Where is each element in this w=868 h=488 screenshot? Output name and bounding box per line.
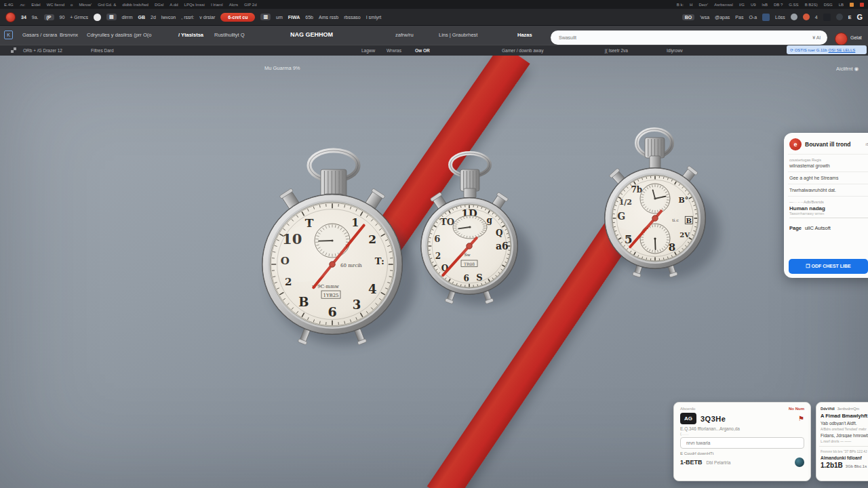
signup-card: Abcerdo No Num AG 3Q3He ⚑ E.Q.346 ffforl… xyxy=(673,402,811,481)
toolbar-boxed-item[interactable]: (P xyxy=(44,14,54,20)
toolbar-item[interactable]: 90 xyxy=(60,15,65,20)
share-row[interactable]: coustertugas Regis wilnastemal growth xyxy=(789,158,868,168)
content-caption-left: Mu Guarma 9% xyxy=(264,65,300,71)
share-copy-button[interactable]: ❐ ODF CHEST LIBE xyxy=(789,259,868,274)
toolbar-item[interactable]: @apas xyxy=(715,15,730,20)
nav-app-icon[interactable]: K xyxy=(4,30,13,39)
status-item: .ru: xyxy=(20,3,26,7)
stopwatch-large: T1102OT:24B6360 mrcihw 9C-mmw1YB25 xyxy=(262,150,417,345)
brand-logo: AG xyxy=(680,413,696,424)
info-card-tiny: L.rssrf dmrls — —— xyxy=(821,439,868,443)
status-item: U9 xyxy=(751,3,756,7)
toolbar-item[interactable]: rbssaso xyxy=(344,15,361,20)
toolbar-item[interactable]: dlrrm xyxy=(122,15,133,20)
toolbar-item[interactable]: Ams rssb xyxy=(319,15,338,20)
toolbar-app-icon[interactable] xyxy=(762,14,770,21)
share-panel-title: Bouvant ill trond xyxy=(805,141,851,148)
toolbar-item[interactable]: E xyxy=(848,15,852,20)
nav-item[interactable]: Hazas xyxy=(517,32,532,38)
toolbar-boxed-item[interactable]: ▥ xyxy=(260,14,271,20)
toolbar-item[interactable]: 34 xyxy=(21,15,26,20)
nav-item[interactable]: Lins | Graubrhest xyxy=(439,32,477,38)
toolbar-right-items: BO'wsa@apasPasO-aLöss4EG xyxy=(682,13,863,21)
share-field-row[interactable]: —··· -··- Adb/Bvsrtds Human nadag Taworr… xyxy=(789,200,868,218)
share-row-text: wilnastemal growth xyxy=(789,163,868,168)
toolbar-item[interactable]: O-a xyxy=(749,15,757,20)
bookmark-item[interactable]: Wrwras xyxy=(387,48,401,53)
svg-text:3: 3 xyxy=(353,298,361,312)
nav-item[interactable]: Gasars / csrara xyxy=(22,32,57,38)
status-item: WC fiemd xyxy=(47,3,64,7)
search-box[interactable]: ¥ Al xyxy=(551,30,827,45)
toolbar-item[interactable]: 4 xyxy=(815,15,818,20)
nav-item[interactable]: Brsnvnx xyxy=(60,32,78,38)
share-row[interactable]: Gee a aght he Streams xyxy=(789,176,868,180)
status-item: Asrbsmssl xyxy=(714,3,733,7)
toolbar-status-icon[interactable] xyxy=(791,14,797,20)
record-button[interactable] xyxy=(835,33,848,45)
nav-item[interactable]: Cdryrulles y dasilrss (prr O(o xyxy=(87,32,151,38)
share-field-sub: Taworrharrawy wrren xyxy=(789,211,868,218)
share-row[interactable]: Trwrhalwavruhöht dat. xyxy=(789,188,868,192)
toolbar-left-items: 349a.(P90+ Grmcs▤dlrrmGB2dlwvcon, rssrl:… xyxy=(5,12,381,22)
stopwatch-middle: 1DTOgQ6a62OS6SwTR08 xyxy=(420,153,532,305)
bookmark-item[interactable]: Ow OR xyxy=(415,48,430,53)
status-item: DSG xyxy=(824,3,833,7)
primary-action-button[interactable]: 6-cret cu xyxy=(220,13,255,22)
toolbar-item[interactable]: Löss xyxy=(775,15,785,20)
toolbar-item[interactable]: , rssrl: xyxy=(181,15,194,20)
bookmark-item[interactable]: Idlyrowv xyxy=(667,48,683,53)
svg-text:1YB25: 1YB25 xyxy=(323,293,338,298)
toolbar-item[interactable]: v drsiar xyxy=(199,15,215,20)
nav-item[interactable]: Rustlhulltyt Q xyxy=(214,32,245,38)
toolbar-item[interactable]: I smlyrt xyxy=(366,15,382,20)
toolbar-status-icon[interactable] xyxy=(803,14,810,20)
toolbar-item[interactable]: Pas xyxy=(735,15,743,20)
search-input[interactable] xyxy=(557,35,812,41)
toolbar-item[interactable]: 9a. xyxy=(32,15,39,20)
status-chip-icon[interactable] xyxy=(860,3,864,7)
toolbar-item[interactable]: lwvcon xyxy=(161,15,176,20)
status-item: o xyxy=(71,3,73,7)
toolbar-item[interactable]: FIWA xyxy=(288,15,300,20)
notification-banner[interactable]: ⟳ OSTIS ruer G.11b OSI SE LELLS xyxy=(787,45,867,54)
banner-link[interactable]: OSI SE LELLS xyxy=(829,48,856,52)
status-item: A.dd xyxy=(170,3,178,7)
svg-text:6: 6 xyxy=(328,304,336,319)
toolbar-status-icon[interactable] xyxy=(836,14,843,20)
toolbar-item[interactable]: um xyxy=(276,15,283,20)
info-card: DdvVfdl 3enbvdrrrQm A Fimad Bmawlyhft Ya… xyxy=(816,402,868,481)
apps-grid-icon[interactable] xyxy=(11,47,16,53)
svg-text:T:: T: xyxy=(375,256,384,266)
status-item: lsB xyxy=(762,3,768,7)
share-field-value: Human nadag xyxy=(789,205,868,211)
status-item: GIP 2d xyxy=(244,3,257,7)
brand-name: 3Q3He xyxy=(701,415,726,423)
toolbar-boxed-item[interactable]: BO xyxy=(682,14,695,20)
toolbar-item[interactable]: 2d xyxy=(151,15,156,20)
signup-card-header-right: No Num xyxy=(789,407,804,411)
status-chip-icon[interactable] xyxy=(850,3,854,7)
bookmark-item[interactable]: Filtres Dard xyxy=(91,48,114,53)
toolbar-boxed-item[interactable]: ▤ xyxy=(106,14,117,20)
info-card-header: DdvVfdl xyxy=(821,407,835,411)
bookmark-item[interactable]: j( Iseetr 2va xyxy=(605,48,628,53)
globe-icon[interactable] xyxy=(795,458,804,467)
toolbar-app-icon[interactable] xyxy=(823,14,831,21)
toolbar-item[interactable]: 65b xyxy=(305,15,313,20)
avatar-icon[interactable] xyxy=(94,14,101,21)
toolbar-item[interactable]: 'wsa xyxy=(700,15,709,20)
app-logo-icon[interactable] xyxy=(5,12,16,22)
toolbar-item[interactable]: + Grmcs xyxy=(70,15,88,20)
bookmark-item[interactable]: Lagww xyxy=(361,48,375,53)
nav-item[interactable]: zafrw/ru xyxy=(395,32,414,38)
svg-text:g: g xyxy=(487,216,493,225)
status-item: B k: xyxy=(677,3,684,7)
bookmark-item[interactable]: ORb + /G Drazer 12 xyxy=(23,48,62,53)
share-panel: e Bouvant ill trond iBN coustertugas Reg… xyxy=(784,133,868,278)
nav-item[interactable]: / Ytaslstsa xyxy=(178,32,203,38)
bookmark-item[interactable]: Gamer / downb away xyxy=(502,48,543,53)
toolbar-item[interactable]: GB xyxy=(138,15,146,20)
signup-input[interactable] xyxy=(685,440,800,446)
share-panel-title-right: iBN xyxy=(865,142,868,146)
